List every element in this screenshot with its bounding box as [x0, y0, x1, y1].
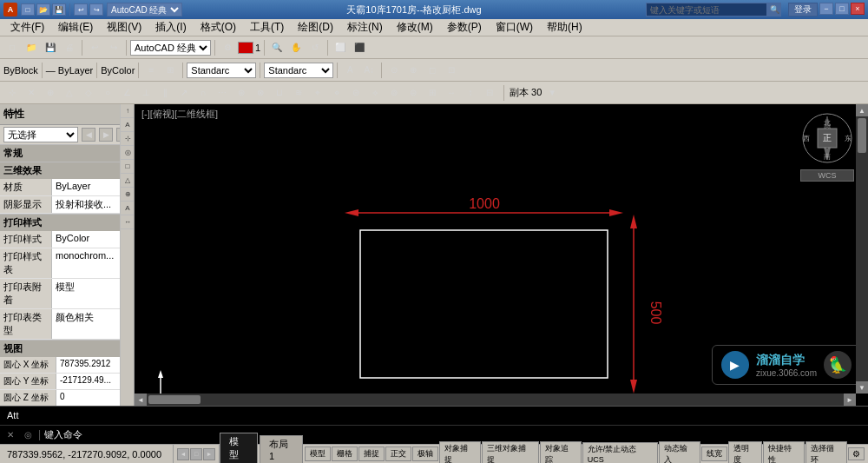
tb-text-btn2[interactable]: A↕: [360, 62, 378, 79]
tb-new[interactable]: □: [21, 3, 35, 16]
side-tool-2[interactable]: A: [121, 118, 135, 132]
standard-select1[interactable]: Standarc: [187, 63, 256, 78]
tb-pan[interactable]: ✋: [287, 39, 305, 56]
status-gear-icon[interactable]: ⚙: [848, 447, 865, 460]
side-tool-6[interactable]: △: [121, 174, 135, 188]
status-qp-btn[interactable]: 快捷特性: [763, 441, 805, 464]
section-regular-header[interactable]: 常规▲: [0, 145, 134, 162]
tb-snap22[interactable]: ⊜: [404, 84, 422, 102]
tb-misc2[interactable]: ⊕: [404, 62, 422, 79]
tb-snap9[interactable]: ∥: [156, 84, 174, 102]
panel-btn2[interactable]: ▶: [99, 128, 113, 142]
compass-mode-btn[interactable]: WCS: [800, 169, 854, 182]
menu-params[interactable]: 参数(P): [440, 18, 489, 36]
app-select[interactable]: AutoCAD 经典: [130, 40, 211, 56]
status-lw-btn[interactable]: 线宽: [701, 446, 727, 461]
search-cmd-icon[interactable]: ◎: [21, 427, 35, 441]
tb-snap26[interactable]: ⊟: [481, 84, 498, 102]
side-tool-5[interactable]: □: [121, 160, 135, 174]
menu-window[interactable]: 窗口(W): [489, 18, 540, 36]
menu-annotate[interactable]: 标注(N): [340, 18, 390, 36]
panel-btn1[interactable]: ◀: [82, 128, 95, 142]
tb-snap15[interactable]: ⊔: [271, 84, 288, 102]
status-snap-btn[interactable]: 捕捉: [358, 446, 385, 461]
section-3d-header[interactable]: 三维效果▲: [0, 162, 134, 179]
scrollbar-vertical[interactable]: ▲ ▼: [856, 104, 868, 394]
status-ortho-btn[interactable]: 正交: [385, 446, 411, 461]
scrollbar-horizontal[interactable]: ◄ ►: [135, 394, 856, 406]
tb-snap11[interactable]: ∩: [194, 84, 212, 102]
maximize-btn[interactable]: □: [835, 3, 849, 15]
status-polar-btn[interactable]: 极轴: [412, 446, 438, 461]
standard-select2[interactable]: Standarc: [264, 63, 333, 78]
status-sc-btn[interactable]: 选择循环: [806, 441, 847, 464]
tb-vp-btn[interactable]: ▼: [543, 84, 561, 102]
side-tool-3[interactable]: ⊹: [121, 132, 135, 146]
tb-color-square[interactable]: [238, 42, 253, 54]
tb-snap19[interactable]: ⊝: [347, 84, 365, 102]
tb-extra1[interactable]: ⬜: [332, 39, 349, 56]
command-input[interactable]: [86, 429, 865, 440]
tb-snap24[interactable]: ↔: [443, 84, 460, 102]
tb-snap12[interactable]: ⋯: [214, 84, 231, 102]
no-select-dropdown[interactable]: 无选择: [3, 127, 78, 142]
scroll-right-btn[interactable]: ►: [844, 394, 856, 406]
status-3dosnap-btn[interactable]: 三维对象捕捉: [482, 441, 539, 464]
side-tool-8[interactable]: A: [121, 202, 135, 215]
tb-snap10[interactable]: ↗: [175, 84, 193, 102]
status-trans-btn[interactable]: 透明度: [728, 441, 762, 464]
menu-help[interactable]: 帮助(H): [540, 18, 589, 36]
menu-tools[interactable]: 工具(T): [243, 18, 291, 36]
tb-snap7[interactable]: ∠: [118, 84, 135, 102]
menu-insert[interactable]: 插入(I): [148, 18, 193, 36]
status-dyn-btn[interactable]: 动态输入: [659, 441, 700, 464]
tab-model[interactable]: 模型: [220, 433, 258, 463]
section-view-header[interactable]: 视图▲: [0, 341, 134, 357]
side-tool-7[interactable]: ⊕: [121, 188, 135, 202]
tb-snap5[interactable]: ◇: [80, 84, 97, 102]
nav-prev-btn[interactable]: ◄: [177, 448, 189, 460]
tb-various[interactable]: ⚙: [219, 39, 236, 56]
status-ducs-btn[interactable]: 允许/禁止动态UCS: [582, 442, 658, 463]
tb-zoom-tools[interactable]: 🔍: [268, 39, 286, 56]
tb-snap13[interactable]: ⊛: [233, 84, 250, 102]
app-name-select[interactable]: AutoCAD 经典: [107, 3, 182, 17]
scroll-thumb-v[interactable]: [858, 118, 866, 153]
tb-print[interactable]: 🖨: [61, 39, 78, 56]
search-icon[interactable]: 🔍: [767, 3, 781, 17]
side-tool-1[interactable]: ↑: [121, 104, 135, 118]
tb-layer-btn[interactable]: ≡: [142, 62, 160, 79]
scroll-left-btn[interactable]: ◄: [135, 394, 147, 406]
search-input[interactable]: [646, 3, 767, 17]
close-btn[interactable]: ×: [851, 3, 865, 15]
status-osnap-btn[interactable]: 对象捕捉: [439, 441, 481, 464]
menu-edit[interactable]: 编辑(E): [51, 18, 100, 36]
tb-new2[interactable]: □: [3, 39, 21, 56]
tb-snap1[interactable]: ⊹: [3, 84, 21, 102]
menu-draw[interactable]: 绘图(D): [291, 18, 340, 36]
tb-snap3[interactable]: ⊕: [42, 84, 59, 102]
tb-extra2[interactable]: ⬛: [351, 39, 368, 56]
side-tool-4[interactable]: ◎: [121, 146, 135, 160]
tb-snap4[interactable]: △: [61, 84, 78, 102]
tb-redo2[interactable]: ↪: [105, 39, 122, 56]
scroll-thumb-h[interactable]: [148, 395, 201, 404]
status-grid-btn[interactable]: 栅格: [332, 446, 358, 461]
tb-misc4[interactable]: ⊡: [443, 62, 460, 79]
menu-modify[interactable]: 修改(M): [390, 18, 440, 36]
nav-layout-icon[interactable]: □: [190, 448, 202, 460]
tb-snap16[interactable]: ≋: [290, 84, 307, 102]
tb-misc3[interactable]: ◻: [424, 62, 441, 79]
tb-snap21[interactable]: ⊚: [385, 84, 403, 102]
tb-snap6[interactable]: ○: [99, 84, 116, 102]
tb-open[interactable]: 📂: [36, 3, 50, 16]
close-icon[interactable]: ✕: [3, 427, 17, 441]
scroll-down-btn[interactable]: ▼: [856, 381, 868, 394]
minimize-btn[interactable]: −: [819, 3, 833, 15]
tb-text-btn1[interactable]: A: [341, 62, 358, 79]
tb-snap2[interactable]: ✕: [23, 84, 40, 102]
tb-redo[interactable]: ↪: [89, 3, 103, 16]
tab-layout1[interactable]: 布局1: [260, 435, 303, 463]
status-model-btn[interactable]: 模型: [305, 446, 331, 461]
tb-orbit[interactable]: ↺: [306, 39, 324, 56]
